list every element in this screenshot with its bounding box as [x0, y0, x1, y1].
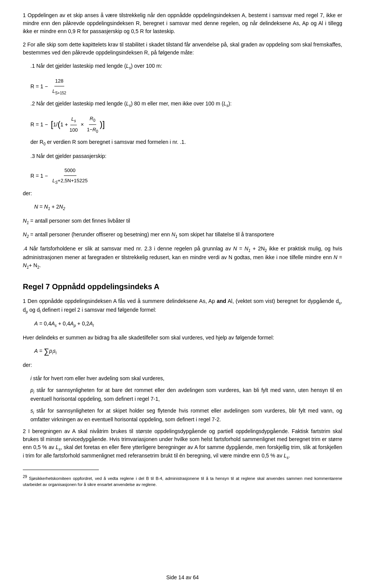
rule-4-text: .4 Når fartsforholdene er slik at samsva…	[23, 245, 342, 270]
rule-2-frac1: Ls 100	[69, 114, 79, 135]
A-sum-formula-text: A = ∑pisi	[34, 348, 57, 354]
rule-2-one-slash: 1/	[53, 119, 58, 130]
rule-3-formula: R = 1 − 5000 LS+2,5N+15225	[30, 166, 342, 186]
rule-1-label-text: .1 Når det gjelder lasteskip med lengde …	[30, 63, 162, 69]
N1-definition: N1 = antall personer som det finnes livb…	[23, 217, 342, 226]
i-def-block: i står for hvert rom eller hver avdeling…	[30, 374, 342, 382]
rule-3-formula-left: R = 1 −	[30, 171, 51, 181]
sec3-para: 2 I beregningen av A skal nivåtrim bruke…	[23, 427, 342, 461]
rule-2-times: ×	[79, 119, 85, 130]
rule-2-paren-close: )	[100, 120, 102, 129]
rule-2-frac2-den: 1−R0	[86, 125, 99, 135]
rule-3-numerator: 5000	[64, 166, 76, 176]
rule-1-block: .1 Når det gjelder lasteskip med lengde …	[30, 62, 342, 97]
rule-1-numerator: 128	[54, 76, 64, 86]
N2-def-text: N2 = antall personer (herunder offiserer…	[23, 231, 274, 237]
rule-2-note-text: der R0 er verdien R som beregnet i samsv…	[30, 139, 186, 145]
rule-2-label-text: .2 Når det gjelder lasteskip med lengde …	[30, 100, 232, 107]
N1-def-text: N1 = antall personer som det finnes livb…	[23, 218, 130, 224]
i-def-text: i står for hvert rom eller hver avdeling…	[30, 375, 164, 381]
page-container: 1 Oppdelingen av et skip anses å være ti…	[0, 0, 365, 588]
der-label-1-text: der:	[23, 190, 32, 196]
A-formula-text: A = 0,4As + 0,4Ap + 0,2Al	[34, 320, 94, 327]
der-label-2-text: der:	[23, 362, 32, 368]
page-footer: Side 14 av 64	[0, 574, 365, 580]
rule-2-label: .2 Når det gjelder lasteskip med lengde …	[30, 100, 342, 108]
rule-2-paren-open: (	[58, 120, 60, 129]
rule-2-formula: R = 1 − [ 1/ ( 1 + Ls 100 × R0 1−R0 ) ]	[30, 114, 342, 135]
rule-2-block: .2 Når det gjelder lasteskip med lengde …	[30, 100, 342, 147]
rule-2-frac1-num: Ls	[70, 114, 76, 125]
section-heading-regel7: Regel 7 Oppnådd oppdelingsindeks A	[23, 282, 342, 291]
N-formula: N = N1 + 2N2	[34, 203, 342, 212]
intro-para-2: 2 For alle skip som dette kapittelets kr…	[23, 41, 342, 57]
i-definition: i står for hvert rom eller hver avdeling…	[30, 374, 342, 382]
der-label-1: der:	[23, 190, 342, 198]
footnote-divider	[23, 470, 99, 470]
rule-2-frac2: R0 1−R0	[86, 114, 99, 135]
A-sum-formula: A = ∑pisi	[34, 347, 342, 356]
si-def-text: si står for sannsynligheten for at skipe…	[30, 408, 342, 422]
pi-def-text: pi står for sannsynligheten for at bare …	[30, 387, 342, 402]
sec2-text: Hver delindeks er summen av bidrag fra a…	[23, 335, 274, 341]
pi-definition: pi står for sannsynligheten for at bare …	[30, 386, 342, 403]
intro-para-1-text: 1 Oppdelingen av et skip anses å være ti…	[23, 12, 342, 34]
N-formula-block: N = N1 + 2N2	[34, 203, 342, 212]
si-definition: si står for sannsynligheten for at skipe…	[30, 407, 342, 424]
section-heading-text: Regel 7 Oppnådd oppdelingsindeks A	[23, 282, 159, 291]
footnote: 29 Sjøsikkerhetskomiteen oppfordret, ved…	[23, 474, 342, 488]
sec3-text: 2 I beregningen av A skal nivåtrim bruke…	[23, 428, 342, 459]
sec1-text: 1 Den oppnådde oppdelingsindeksen A fås …	[23, 298, 342, 313]
rule-1-formula-left: R = 1 −	[30, 81, 51, 92]
rule-3-denominator: LS+2,5N+15225	[52, 176, 89, 186]
rule-2-frac1-den: 100	[69, 125, 79, 135]
rule-1-fraction: 128 LS+152	[52, 76, 67, 97]
rule-3-block: .3 Når det gjelder passasjerskip: R = 1 …	[30, 152, 342, 186]
rule-2-note: der R0 er verdien R som beregnet i samsv…	[30, 138, 342, 147]
rule-2-bracket-close: ]	[102, 120, 105, 129]
footnote-text: Sjøsikkerhetskomiteen oppfordret, ved å …	[23, 476, 342, 487]
rule-4-text-content: .4 Når fartsforholdene er slik at samsva…	[23, 245, 342, 268]
page-number: Side 14 av 64	[166, 574, 199, 580]
si-def-block: si står for sannsynligheten for at skipe…	[30, 407, 342, 424]
intro-para-1: 1 Oppdelingen av et skip anses å være ti…	[23, 11, 342, 35]
rule-2-one-plus: 1 +	[60, 119, 68, 130]
der-label-2: der:	[23, 361, 342, 369]
rule-3-label: .3 Når det gjelder passasjerskip:	[30, 152, 342, 160]
rule-1-denominator: LS+152	[52, 86, 67, 97]
sec2-para: Hver delindeks er summen av bidrag fra a…	[23, 334, 342, 342]
A-sum-formula-block: A = ∑pisi	[34, 347, 342, 356]
N-formula-text: N = N1 + 2N2	[34, 204, 65, 210]
rule-3-fraction: 5000 LS+2,5N+15225	[52, 166, 89, 186]
A-formula-block: A = 0,4As + 0,4Ap + 0,2Al	[34, 320, 342, 328]
pi-def-block: pi står for sannsynligheten for at bare …	[30, 386, 342, 403]
rule-2-frac2-num: R0	[89, 114, 96, 125]
footnote-number: 29	[23, 475, 27, 479]
rule-1-formula: R = 1 − 128 LS+152	[30, 76, 342, 97]
N2-definition: N2 = antall personer (herunder offiserer…	[23, 231, 342, 239]
intro-para-2-text: 2 For alle skip som dette kapittelets kr…	[23, 41, 342, 56]
rule-1-label: .1 Når det gjelder lasteskip med lengde …	[30, 62, 342, 71]
rule-3-label-text: .3 Når det gjelder passasjerskip:	[30, 153, 106, 159]
rule-2-formula-left: R = 1 −	[30, 119, 51, 130]
sec1-para: 1 Den oppnådde oppdelingsindeksen A fås …	[23, 297, 342, 315]
A-formula: A = 0,4As + 0,4Ap + 0,2Al	[34, 320, 342, 328]
